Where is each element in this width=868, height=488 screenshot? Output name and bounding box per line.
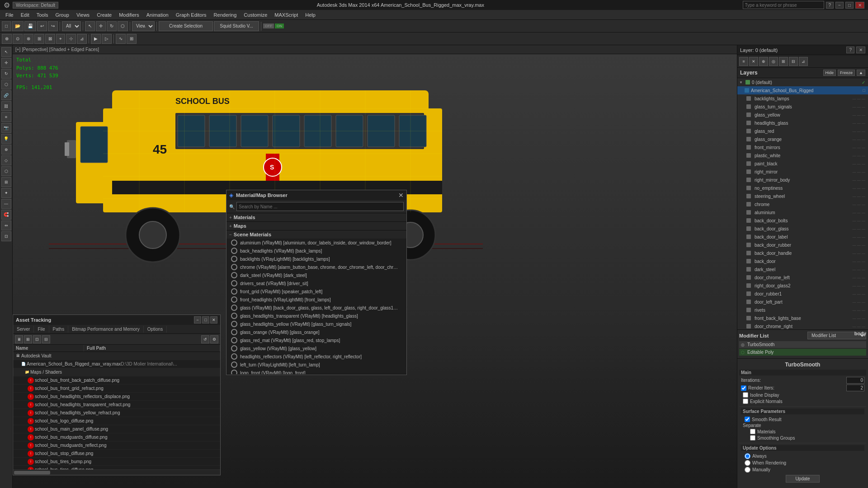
- maximize-button[interactable]: □: [845, 2, 854, 9]
- freeze-btn[interactable]: Freeze: [838, 70, 855, 76]
- layer-item[interactable]: door_left_part — — —: [737, 298, 868, 306]
- menu-views[interactable]: Views: [73, 11, 93, 19]
- smoothing-groups-checkbox[interactable]: [750, 435, 755, 441]
- lt-array-btn[interactable]: ⊡: [1, 231, 11, 241]
- lt-helper-btn[interactable]: ⊕: [1, 145, 11, 155]
- layer-item[interactable]: back_door_handle — — —: [737, 249, 868, 257]
- lt-rotate-btn[interactable]: ↻: [1, 69, 11, 79]
- layer-item[interactable]: door_chrome_right — — —: [737, 322, 868, 329]
- menu-file[interactable]: File: [2, 11, 17, 19]
- asset-row-busfile[interactable]: 📄 American_School_Bus_Rigged_max_vray.ma…: [13, 360, 220, 368]
- tb2-btn6[interactable]: ⌖: [56, 34, 65, 44]
- mb-material-item[interactable]: front_headlights (VRayLightMtl) [front_l…: [226, 296, 406, 304]
- layer-item[interactable]: right_door_glass2 — — —: [737, 282, 868, 290]
- open-btn[interactable]: 📂: [12, 21, 24, 31]
- layer-item[interactable]: right_mirror — — —: [737, 168, 868, 176]
- menu-help[interactable]: Help: [302, 11, 319, 19]
- mb-material-item[interactable]: glass (VRayMtl) [back_door_glass, glass,…: [226, 304, 406, 312]
- move-btn[interactable]: ✛: [96, 21, 106, 31]
- menu-customize[interactable]: Customize: [240, 11, 271, 19]
- squid-studio-btn[interactable]: Squid Studio V...: [214, 21, 259, 31]
- modifier-turbosmooth[interactable]: ◎ TurboSmooth: [739, 341, 866, 348]
- tb2-btn8[interactable]: ⊿: [77, 34, 87, 44]
- layer-item[interactable]: backlights_lamps — — —: [737, 94, 868, 103]
- asset-menu-bitmap[interactable]: Bitmap Performance and Memory: [68, 326, 144, 333]
- modifier-editable-poly[interactable]: ⬡ Editable Poly: [739, 349, 866, 356]
- panel-icon-btn7[interactable]: ⊿: [799, 57, 808, 66]
- layer-item[interactable]: back_door_rubber — — —: [737, 241, 868, 249]
- mb-material-item[interactable]: aluminium (VRayMtl) [aluminium, door_lab…: [226, 239, 406, 247]
- always-radio[interactable]: [745, 453, 750, 459]
- manually-radio[interactable]: [745, 467, 750, 473]
- mb-close-btn[interactable]: ✕: [398, 192, 404, 199]
- layer-item[interactable]: back_door_bolts — — —: [737, 216, 868, 225]
- layer-item[interactable]: glass_yellow — — —: [737, 111, 868, 119]
- lt-geo-btn[interactable]: ⬡: [1, 166, 11, 176]
- menu-group[interactable]: Group: [52, 11, 73, 19]
- lt-scale-btn[interactable]: ⬡: [1, 80, 11, 89]
- layers-scroll-up[interactable]: ▲: [857, 70, 865, 76]
- lt-particle-btn[interactable]: ✦: [1, 188, 11, 198]
- mb-material-item[interactable]: glass_yellow (VRayMtl) [glass_yellow]: [226, 344, 406, 352]
- ts-explicit-checkbox[interactable]: [743, 399, 748, 404]
- panel-close-btn[interactable]: ✕: [856, 47, 865, 53]
- mb-section-maps-header[interactable]: + Maps: [226, 222, 406, 230]
- tb2-graph-btn[interactable]: ⊞: [127, 34, 137, 44]
- lt-light-btn[interactable]: 💡: [1, 134, 11, 144]
- save-btn[interactable]: 💾: [24, 21, 36, 31]
- asset-row[interactable]: ! school_bus_headlights_transparent_refr…: [13, 401, 220, 409]
- mb-material-item[interactable]: dark_steel (VRayMtl) [dark_steel]: [226, 271, 406, 279]
- menu-rendering[interactable]: Rendering: [210, 11, 241, 19]
- layer-item[interactable]: rivets — — —: [737, 306, 868, 314]
- new-btn[interactable]: □: [2, 21, 11, 31]
- lt-bind-btn[interactable]: ≡: [1, 112, 11, 122]
- asset-min-btn[interactable]: −: [194, 316, 201, 324]
- ts-render-iters-checkbox[interactable]: [741, 385, 746, 391]
- ts-iterations-input[interactable]: [846, 377, 864, 384]
- layer-item[interactable]: front_back_lights_base — — —: [737, 314, 868, 322]
- asset-restore-btn[interactable]: □: [202, 316, 209, 324]
- layer-item[interactable]: paint_black — — —: [737, 160, 868, 168]
- when-rendering-radio[interactable]: [745, 460, 750, 466]
- asset-tb-btn2[interactable]: ⊞: [24, 335, 32, 343]
- mb-material-item[interactable]: glass_headlights_yellow (VRayMtl) [glass…: [226, 320, 406, 328]
- mb-material-item[interactable]: drivers_seat (VRayMtl) [driver_sit]: [226, 279, 406, 287]
- layer-item[interactable]: glass_orange — — —: [737, 135, 868, 143]
- update-button[interactable]: Update: [786, 475, 819, 483]
- mb-section-scene-header[interactable]: − Scene Materials: [226, 230, 406, 239]
- mb-section-materials-header[interactable]: + Materials: [226, 213, 406, 221]
- scale-btn[interactable]: ⬡: [118, 21, 128, 31]
- layer-item[interactable]: glass_turn_signals — — —: [737, 103, 868, 111]
- lt-snap-btn[interactable]: 🧲: [1, 210, 11, 220]
- lt-ribbon-btn[interactable]: —: [1, 199, 11, 209]
- mb-material-item[interactable]: front_grid (VRayMtl) [speaker_patch_left…: [226, 287, 406, 296]
- menu-maxscript[interactable]: MAXScript: [271, 11, 302, 19]
- asset-row[interactable]: ! school_bus_mudguards_reflect.png: [13, 441, 220, 450]
- tb2-btn2[interactable]: ⊙: [13, 34, 23, 44]
- panel-icon-btn2[interactable]: ✕: [749, 57, 758, 66]
- asset-row[interactable]: ! school_bus_mudguards_diffuse.png: [13, 433, 220, 441]
- select-btn[interactable]: ↖: [85, 21, 95, 31]
- layer-item[interactable]: front_mirrors — — —: [737, 143, 868, 151]
- layer-item[interactable]: aluminium — — —: [737, 208, 868, 216]
- tb2-render-btn[interactable]: ▶: [91, 34, 101, 44]
- asset-row[interactable]: ! school_bus_headlights_yellow_refract.p…: [13, 409, 220, 417]
- layer-item[interactable]: back_door_glass — — —: [737, 225, 868, 233]
- asset-scrollbar-thumb[interactable]: [14, 471, 50, 474]
- mb-material-item[interactable]: backlights (VRayLightMtl) [backlights_la…: [226, 255, 406, 263]
- layer-item[interactable]: chrome — — —: [737, 200, 868, 208]
- menu-modifiers[interactable]: Modifiers: [115, 11, 143, 19]
- tb2-curve-btn[interactable]: ∿: [116, 34, 126, 44]
- lt-mirror-btn[interactable]: ⇔: [1, 221, 11, 230]
- rotate-btn[interactable]: ↻: [107, 21, 117, 31]
- lt-move-btn[interactable]: ✛: [1, 58, 11, 68]
- asset-menu-file[interactable]: File: [34, 326, 49, 333]
- asset-row-maps[interactable]: 📁 Maps / Shaders: [13, 368, 220, 376]
- undo-btn[interactable]: ↩: [37, 21, 47, 31]
- mb-material-item[interactable]: back_headlights (VRayMtl) [back_lamps]: [226, 247, 406, 255]
- layer-item[interactable]: back_door — — —: [737, 257, 868, 265]
- asset-row[interactable]: ! school_bus_stop_diffuse.png: [13, 450, 220, 458]
- mb-material-item[interactable]: glass_headlights_transparent (VRayMtl) […: [226, 312, 406, 320]
- toggle-off-label[interactable]: OFF: [263, 23, 274, 28]
- asset-menu-paths[interactable]: Paths: [49, 326, 69, 333]
